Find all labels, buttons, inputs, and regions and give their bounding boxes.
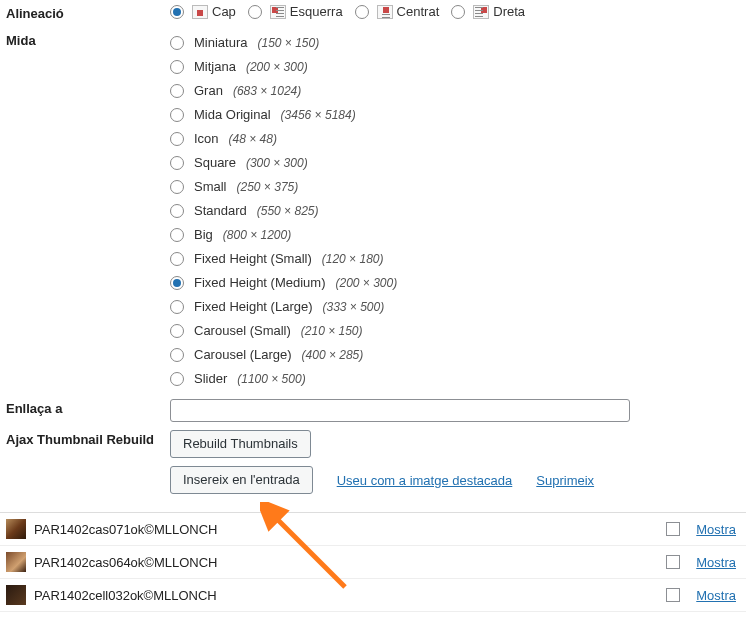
align-left-icon [270, 5, 286, 19]
size-radio-full[interactable] [170, 108, 184, 122]
size-option-medium[interactable]: Mitjana(200 × 300) [170, 55, 736, 79]
size-radio-fh-medium[interactable] [170, 276, 184, 290]
media-title: PAR1402cell032ok©MLLONCH [34, 588, 666, 603]
size-option-label: Standard [194, 201, 247, 221]
alignment-radio-none[interactable] [170, 5, 184, 19]
align-cap-icon [192, 5, 208, 19]
size-option-small[interactable]: Small(250 × 375) [170, 175, 736, 199]
media-select-checkbox[interactable] [666, 588, 680, 602]
alignment-option-label: Esquerra [290, 4, 343, 19]
size-option-label: Gran [194, 81, 223, 101]
alignment-option-center[interactable]: Centrat [355, 4, 440, 19]
size-radio-carousel-l[interactable] [170, 348, 184, 362]
media-show-link[interactable]: Mostra [696, 555, 736, 570]
size-option-label: Fixed Height (Large) [194, 297, 313, 317]
linkto-label: Enllaça a [0, 395, 170, 426]
media-title: PAR1402cas071ok©MLLONCH [34, 522, 666, 537]
media-row: PAR1402cell032ok©MLLONCHMostra [0, 579, 746, 612]
media-row: PAR1402cas071ok©MLLONCHMostra [0, 513, 746, 546]
media-thumbnail[interactable] [6, 585, 26, 605]
size-option-fh-small[interactable]: Fixed Height (Small)(120 × 180) [170, 247, 736, 271]
media-list: PAR1402cas071ok©MLLONCHMostraPAR1402cas0… [0, 512, 746, 612]
alignment-option-label: Centrat [397, 4, 440, 19]
size-option-full[interactable]: Mida Original(3456 × 5184) [170, 103, 736, 127]
media-row: PAR1402cas064ok©MLLONCHMostra [0, 546, 746, 579]
alignment-radio-left[interactable] [248, 5, 262, 19]
size-radio-big[interactable] [170, 228, 184, 242]
media-select-checkbox[interactable] [666, 522, 680, 536]
align-center-icon [377, 5, 393, 19]
insert-into-post-button[interactable]: Insereix en l'entrada [170, 466, 313, 494]
size-option-label: Fixed Height (Small) [194, 249, 312, 269]
alignment-radio-right[interactable] [451, 5, 465, 19]
size-option-square[interactable]: Square(300 × 300) [170, 151, 736, 175]
alignment-radio-center[interactable] [355, 5, 369, 19]
size-option-dimensions: (1100 × 500) [237, 369, 305, 389]
linkto-input[interactable] [170, 399, 630, 422]
size-radio-carousel-s[interactable] [170, 324, 184, 338]
size-option-dimensions: (250 × 375) [237, 177, 299, 197]
size-option-label: Fixed Height (Medium) [194, 273, 326, 293]
size-option-dimensions: (210 × 150) [301, 321, 363, 341]
size-option-dimensions: (48 × 48) [229, 129, 277, 149]
media-show-link[interactable]: Mostra [696, 522, 736, 537]
size-option-label: Big [194, 225, 213, 245]
alignment-option-label: Cap [212, 4, 236, 19]
size-option-dimensions: (333 × 500) [323, 297, 385, 317]
alignment-option-left[interactable]: Esquerra [248, 4, 343, 19]
size-radio-fh-small[interactable] [170, 252, 184, 266]
size-radio-small[interactable] [170, 180, 184, 194]
media-thumbnail[interactable] [6, 552, 26, 572]
use-as-featured-link[interactable]: Useu com a imatge destacada [337, 473, 513, 488]
size-option-standard[interactable]: Standard(550 × 825) [170, 199, 736, 223]
size-option-label: Mitjana [194, 57, 236, 77]
media-title: PAR1402cas064ok©MLLONCH [34, 555, 666, 570]
size-option-carousel-l[interactable]: Carousel (Large)(400 × 285) [170, 343, 736, 367]
size-option-dimensions: (400 × 285) [302, 345, 364, 365]
size-radio-fh-large[interactable] [170, 300, 184, 314]
size-option-fh-medium[interactable]: Fixed Height (Medium)(200 × 300) [170, 271, 736, 295]
size-option-carousel-s[interactable]: Carousel (Small)(210 × 150) [170, 319, 736, 343]
alignment-option-label: Dreta [493, 4, 525, 19]
size-option-label: Mida Original [194, 105, 271, 125]
alignment-option-right[interactable]: Dreta [451, 4, 525, 19]
size-option-slider[interactable]: Slider(1100 × 500) [170, 367, 736, 391]
size-option-big[interactable]: Big(800 × 1200) [170, 223, 736, 247]
size-radio-standard[interactable] [170, 204, 184, 218]
align-right-icon [473, 5, 489, 19]
size-radio-square[interactable] [170, 156, 184, 170]
size-option-thumbnail[interactable]: Miniatura(150 × 150) [170, 31, 736, 55]
size-option-label: Slider [194, 369, 227, 389]
ajax-rebuild-label: Ajax Thumbnail Rebuild [0, 426, 170, 462]
size-radio-slider[interactable] [170, 372, 184, 386]
media-select-checkbox[interactable] [666, 555, 680, 569]
alignment-option-none[interactable]: Cap [170, 4, 236, 19]
size-radio-medium[interactable] [170, 60, 184, 74]
media-show-link[interactable]: Mostra [696, 588, 736, 603]
delete-link[interactable]: Suprimeix [536, 473, 594, 488]
size-option-label: Square [194, 153, 236, 173]
size-radio-thumbnail[interactable] [170, 36, 184, 50]
size-option-icon[interactable]: Icon(48 × 48) [170, 127, 736, 151]
size-option-label: Miniatura [194, 33, 247, 53]
size-option-dimensions: (300 × 300) [246, 153, 308, 173]
size-option-dimensions: (800 × 1200) [223, 225, 291, 245]
size-option-label: Small [194, 177, 227, 197]
size-radio-icon[interactable] [170, 132, 184, 146]
size-option-dimensions: (683 × 1024) [233, 81, 301, 101]
size-option-dimensions: (200 × 300) [336, 273, 398, 293]
size-option-large[interactable]: Gran(683 × 1024) [170, 79, 736, 103]
alignment-options: CapEsquerraCentratDreta [170, 4, 736, 19]
size-option-label: Carousel (Small) [194, 321, 291, 341]
rebuild-thumbnails-button[interactable]: Rebuild Thumbnails [170, 430, 311, 458]
alignment-label: Alineació [0, 0, 170, 27]
size-radio-large[interactable] [170, 84, 184, 98]
size-option-dimensions: (550 × 825) [257, 201, 319, 221]
size-option-fh-large[interactable]: Fixed Height (Large)(333 × 500) [170, 295, 736, 319]
size-option-dimensions: (200 × 300) [246, 57, 308, 77]
size-option-dimensions: (3456 × 5184) [281, 105, 356, 125]
size-option-dimensions: (120 × 180) [322, 249, 384, 269]
media-thumbnail[interactable] [6, 519, 26, 539]
size-option-dimensions: (150 × 150) [257, 33, 319, 53]
size-option-label: Carousel (Large) [194, 345, 292, 365]
